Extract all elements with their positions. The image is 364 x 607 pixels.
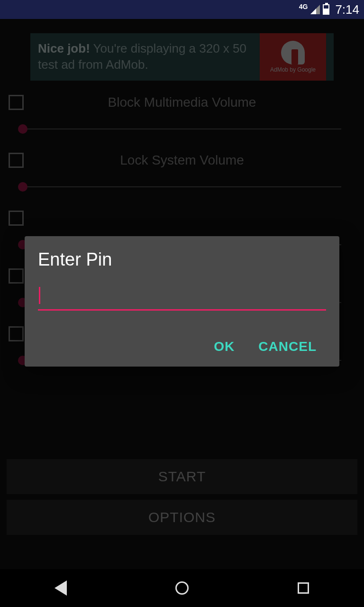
pin-input[interactable] [38, 284, 326, 311]
battery-icon [323, 4, 329, 15]
network-indicator: 4G [299, 3, 308, 10]
text-cursor-icon [39, 287, 40, 304]
app-body: Nice job! You're displaying a 320 x 50 t… [0, 19, 364, 569]
enter-pin-dialog: Enter Pin OK CANCEL [25, 236, 339, 367]
nav-bar [0, 569, 364, 607]
home-icon[interactable] [174, 580, 190, 596]
back-icon[interactable] [53, 580, 68, 596]
clock: 7:14 [335, 2, 359, 17]
status-bar: 4G 7:14 [0, 0, 364, 19]
dialog-actions: OK CANCEL [38, 334, 326, 359]
signal-icon [310, 5, 320, 14]
cancel-button[interactable]: CANCEL [258, 339, 317, 354]
recent-icon[interactable] [296, 580, 311, 596]
dialog-title: Enter Pin [38, 249, 326, 270]
ok-button[interactable]: OK [214, 339, 235, 354]
